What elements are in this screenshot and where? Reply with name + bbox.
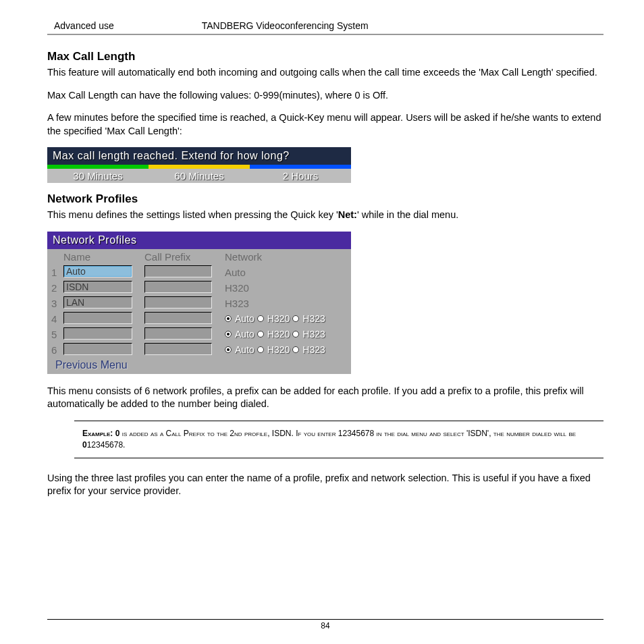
radio-auto-label: Auto [235,313,254,324]
network-profiles-dialog: Network Profiles Name Call Prefix Networ… [47,232,351,374]
np-row-3: 3 LAN H323 [47,296,351,311]
radio-h323-label: H323 [302,329,325,340]
np-row-idx: 3 [51,298,63,309]
np-row-5: 5 Auto H320 H323 [47,327,351,342]
np-paragraph-1: This menu defines the settings listed wh… [47,209,603,222]
radio-h323-icon[interactable] [292,346,299,353]
np-name-input-6[interactable] [63,343,132,355]
np-header-row: Name Call Prefix Network [47,249,351,265]
np-name-input-5[interactable] [63,327,132,340]
page-number: 84 [47,621,603,630]
radio-h320-icon[interactable] [257,315,264,322]
np-network-radios-5: Auto H320 H323 [222,329,325,340]
mcl-options-row: 30 Minutes 60 Minutes 2 Hours [47,169,351,183]
np-prefix-input-1[interactable] [144,265,212,277]
np-network-radios-4: Auto H320 H323 [222,313,325,324]
mcl-option-2hours[interactable]: 2 Hours [250,169,351,183]
mcl-paragraph-1: This feature will automatically end both… [47,66,603,80]
page-footer: 84 [47,619,603,630]
np-name-input-1[interactable]: Auto [63,265,132,277]
example-box: Example: 0 is added as a Call Prefix to … [74,421,603,458]
np-network-3: H323 [222,298,347,309]
radio-h320-icon[interactable] [257,346,264,353]
section-network-profiles-title: Network Profiles [47,192,603,206]
example-label: Example: 0 [82,429,119,438]
np-network-radios-6: Auto H320 H323 [222,344,325,355]
header-section: Advanced use [54,20,114,31]
np-row-6: 6 Auto H320 H323 [47,342,351,358]
np-previous-menu[interactable]: Previous Menu [47,358,351,374]
np-prefix-input-5[interactable] [144,327,212,340]
np-p1-c: ' while in the dial menu. [357,209,458,220]
np-prefix-input-4[interactable] [144,312,212,324]
np-row-idx: 5 [51,329,63,340]
np-paragraph-after: This menu consists of 6 network profiles… [47,385,603,411]
example-text-1: is added as a Call Prefix to the 2nd pro… [119,429,576,438]
np-network-1: Auto [222,267,347,278]
np-name-input-3[interactable]: LAN [63,296,132,308]
mcl-paragraph-2: Max Call Length can have the following v… [47,89,603,103]
np-row-idx: 6 [51,344,63,356]
radio-h323-label: H323 [302,344,325,355]
radio-h320-label: H320 [267,344,290,355]
radio-auto-icon[interactable] [225,346,232,353]
radio-auto-icon[interactable] [225,331,232,338]
mcl-option-30min[interactable]: 30 Minutes [47,169,149,183]
footer-rule [47,619,603,620]
np-row-idx: 1 [51,267,63,278]
np-row-idx: 2 [51,282,63,294]
section-max-call-length-title: Max Call Length [47,50,603,63]
np-row-2: 2 ISDN H320 [47,280,351,296]
radio-auto-label: Auto [235,329,254,340]
np-head-name: Name [63,251,144,263]
example-text-2: 12345678. [87,440,126,450]
np-prefix-input-3[interactable] [144,296,212,308]
np-row-4: 4 Auto H320 H323 [47,311,351,327]
np-row-1: 1 Auto Auto [47,265,351,280]
radio-h323-icon[interactable] [292,315,299,322]
np-p1-a: This menu defines the settings listed wh… [47,209,338,220]
page-header: Advanced use TANDBERG Videoconferencing … [47,20,603,31]
radio-auto-label: Auto [235,344,254,355]
radio-h320-icon[interactable] [257,331,264,338]
np-name-input-2[interactable]: ISDN [63,281,132,293]
radio-h323-icon[interactable] [292,331,299,338]
np-dialog-title: Network Profiles [47,232,351,249]
np-name-input-4[interactable] [63,312,132,324]
example-bold-digit: 0 [82,440,87,450]
np-network-2: H320 [222,282,347,294]
mcl-option-60min[interactable]: 60 Minutes [149,169,250,183]
np-p1-bold: Net: [338,209,357,220]
header-rule [47,34,603,35]
radio-h320-label: H320 [267,329,290,340]
mcl-dialog-title: Max call length reached. Extend for how … [47,147,351,165]
np-head-prefix: Call Prefix [144,251,222,263]
np-paragraph-last: Using the three last profiles you can en… [47,472,603,498]
radio-h320-label: H320 [267,313,290,324]
radio-auto-icon[interactable] [225,315,232,322]
np-head-network: Network [222,251,347,263]
mcl-paragraph-3: A few minutes before the specified time … [47,111,603,138]
header-title: TANDBERG Videoconferencing System [202,20,369,31]
max-call-length-dialog: Max call length reached. Extend for how … [47,147,351,183]
np-prefix-input-2[interactable] [144,281,212,293]
np-row-idx: 4 [51,313,63,325]
np-prefix-input-6[interactable] [144,343,212,355]
radio-h323-label: H323 [302,313,325,324]
